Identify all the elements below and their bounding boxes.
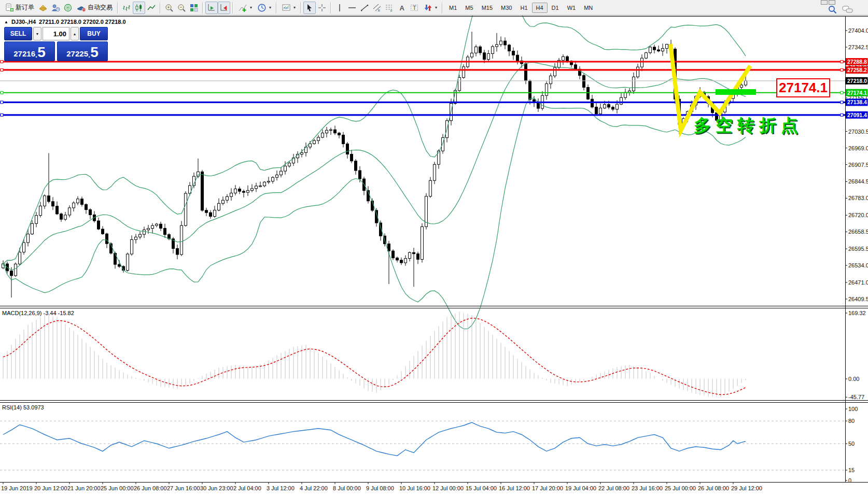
indicators-button[interactable]: ▾ bbox=[235, 2, 255, 14]
svg-text:-45.77: -45.77 bbox=[848, 394, 864, 400]
chat-icon[interactable] bbox=[842, 5, 853, 14]
channel-icon: E bbox=[372, 3, 382, 12]
zoom-out-button[interactable] bbox=[175, 2, 188, 14]
metaeditor-button[interactable] bbox=[37, 2, 49, 14]
svg-text:26783.0: 26783.0 bbox=[848, 195, 868, 201]
chevron-down-icon: ▾ bbox=[269, 5, 271, 10]
svg-text:2 Jul 04:00: 2 Jul 04:00 bbox=[233, 485, 261, 491]
zoom-in-button[interactable] bbox=[163, 2, 175, 14]
price-callout-box[interactable]: 27174.1 bbox=[776, 78, 830, 97]
horizontal-line-tool[interactable] bbox=[346, 2, 358, 14]
tf-M5[interactable]: M5 bbox=[461, 3, 477, 13]
svg-text:19 Jul 04:00: 19 Jul 04:00 bbox=[565, 485, 596, 491]
svg-text:26409.5: 26409.5 bbox=[848, 296, 868, 302]
svg-text:26969.0: 26969.0 bbox=[848, 145, 868, 151]
svg-text:26658.5: 26658.5 bbox=[848, 229, 868, 235]
tf-H1[interactable]: H1 bbox=[516, 3, 531, 13]
zoom-in-icon bbox=[164, 3, 174, 12]
macd-label: MACD(12,26,9) -3.44 -15.82 bbox=[2, 310, 74, 316]
text-tool[interactable]: A bbox=[396, 2, 408, 14]
collapse-arrow-icon[interactable]: ▲ bbox=[4, 20, 8, 24]
tf-M1[interactable]: M1 bbox=[445, 3, 461, 13]
sell-price-button[interactable]: 27216.5 bbox=[4, 41, 55, 61]
svg-text:15 Jul 04:00: 15 Jul 04:00 bbox=[466, 485, 497, 491]
svg-text:3 Jul 12:00: 3 Jul 12:00 bbox=[267, 485, 295, 491]
svg-text:16 Jul 12:00: 16 Jul 12:00 bbox=[499, 485, 530, 491]
bar-chart-mode-button[interactable] bbox=[120, 2, 133, 14]
tf-M15[interactable]: M15 bbox=[478, 3, 497, 13]
sell-price-int: 27216 bbox=[13, 49, 35, 59]
tile-windows-button[interactable] bbox=[188, 2, 200, 14]
signals-radar-icon bbox=[63, 3, 73, 12]
vertical-line-tool[interactable] bbox=[333, 2, 346, 14]
periods-button[interactable]: ▾ bbox=[255, 2, 274, 14]
svg-text:26471.0: 26471.0 bbox=[848, 279, 868, 286]
toolbar-divider bbox=[160, 2, 161, 13]
buy-price-int: 27225 bbox=[66, 49, 88, 59]
toolbar-divider bbox=[330, 2, 331, 13]
tf-H4[interactable]: H4 bbox=[532, 3, 548, 13]
symbol-ohlc: 27211.0 27218.0 27202.0 27218.0 bbox=[39, 19, 126, 25]
svg-text:26844.5: 26844.5 bbox=[848, 178, 868, 185]
svg-text:A: A bbox=[400, 4, 405, 12]
new-order-button[interactable]: 新订单 bbox=[2, 2, 37, 14]
tf-M30[interactable]: M30 bbox=[497, 3, 516, 13]
sell-price-dec: 5 bbox=[37, 46, 46, 59]
svg-text:4 Jul 22:00: 4 Jul 22:00 bbox=[300, 485, 328, 491]
fibonacci-icon: F bbox=[385, 3, 394, 12]
svg-text:17 Jul 20:00: 17 Jul 20:00 bbox=[532, 485, 563, 491]
chart-shift-button[interactable] bbox=[218, 2, 230, 14]
trendline-tool[interactable] bbox=[358, 2, 371, 14]
svg-text:19 Jun 2019: 19 Jun 2019 bbox=[1, 485, 33, 491]
trendline-icon bbox=[360, 3, 369, 12]
tf-W1[interactable]: W1 bbox=[563, 3, 580, 13]
window-close-button[interactable] bbox=[829, 0, 835, 5]
svg-text:F: F bbox=[390, 9, 393, 12]
new-order-icon bbox=[5, 3, 14, 12]
shapes-arrows-icon bbox=[423, 3, 432, 12]
toolbar-divider bbox=[202, 2, 203, 13]
auto-scroll-button[interactable] bbox=[205, 2, 218, 14]
svg-text:26907.5: 26907.5 bbox=[848, 162, 868, 168]
volume-input[interactable]: 1.00 bbox=[43, 27, 69, 40]
tf-MN[interactable]: MN bbox=[580, 3, 597, 13]
window-restore-button[interactable] bbox=[821, 0, 828, 5]
svg-text:0: 0 bbox=[848, 477, 851, 484]
market-watch-button[interactable] bbox=[49, 2, 62, 14]
toolbar-divider bbox=[300, 2, 301, 13]
cursor-tool-button[interactable] bbox=[303, 2, 316, 14]
tf-D1[interactable]: D1 bbox=[548, 3, 563, 13]
svg-text:27288.8: 27288.8 bbox=[847, 59, 867, 65]
shapes-tool[interactable]: ▾ bbox=[421, 2, 440, 14]
chart-canvas[interactable]: 27404.027342.527279.527218.027155.027093… bbox=[0, 0, 868, 496]
turning-point-annotation[interactable]: 多空转折点 bbox=[694, 114, 803, 137]
autotrading-button[interactable]: 自动交易 bbox=[74, 2, 115, 14]
search-icon[interactable] bbox=[828, 5, 837, 14]
buy-price-button[interactable]: 27225.5 bbox=[57, 41, 108, 61]
volume-up-button[interactable]: ▲ bbox=[71, 27, 79, 40]
autotrading-hat-icon bbox=[77, 3, 86, 12]
chevron-down-icon: ▾ bbox=[250, 5, 252, 10]
crosshair-tool-button[interactable] bbox=[316, 2, 328, 14]
vertical-line-icon bbox=[335, 3, 344, 12]
svg-text:26534.0: 26534.0 bbox=[848, 262, 868, 268]
sell-button[interactable]: SELL bbox=[4, 27, 32, 40]
svg-text:20 Jun 12:00: 20 Jun 12:00 bbox=[34, 485, 67, 491]
rsi-label: RSI(14) 53.0973 bbox=[2, 404, 44, 410]
svg-text:50: 50 bbox=[848, 441, 855, 447]
text-label-tool[interactable]: T bbox=[408, 2, 421, 14]
buy-button[interactable]: BUY bbox=[80, 27, 108, 40]
svg-text:27174.1: 27174.1 bbox=[847, 90, 867, 96]
svg-text:27342.5: 27342.5 bbox=[848, 44, 868, 50]
fibonacci-tool[interactable]: F bbox=[383, 2, 396, 14]
horizontal-line-icon bbox=[347, 3, 357, 12]
volume-down-button[interactable]: ▼ bbox=[33, 27, 41, 40]
templates-button[interactable]: ▾ bbox=[279, 2, 298, 14]
signals-button[interactable] bbox=[62, 2, 74, 14]
new-order-label: 新订单 bbox=[16, 3, 34, 12]
candlestick-mode-button[interactable] bbox=[133, 2, 145, 14]
equidistant-channel-tool[interactable]: E bbox=[371, 2, 383, 14]
candlestick-icon bbox=[134, 3, 144, 12]
toolbar-right-icons bbox=[828, 5, 853, 14]
line-chart-mode-button[interactable] bbox=[145, 2, 158, 14]
